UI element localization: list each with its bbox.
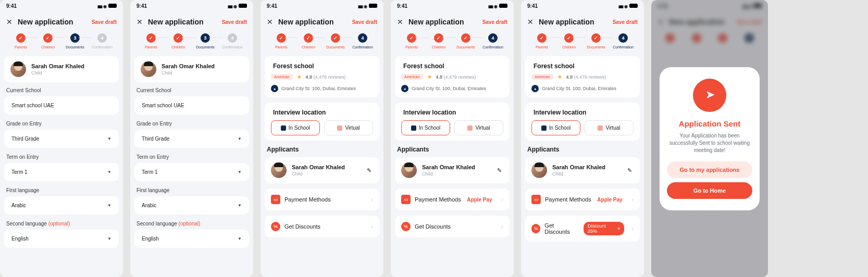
interview-in-school[interactable]: In School [531, 120, 580, 135]
percent-icon: % [401, 222, 411, 231]
current-school-input[interactable]: Smart school UAE [4, 96, 119, 115]
school-address: Grand City St. 100, Dubai, Emirates [281, 86, 356, 91]
remove-chip-icon[interactable]: × [617, 226, 620, 231]
avatar [10, 61, 26, 77]
application-sent-modal: ➤ Application Sent Your Application has … [660, 67, 760, 210]
modal-overlay[interactable]: ➤ Application Sent Your Application has … [651, 0, 768, 277]
step-2-label: Children [41, 45, 55, 49]
interview-virtual[interactable]: Virtual [454, 120, 503, 135]
save-draft-link[interactable]: Save draft [482, 19, 507, 25]
go-to-home-button[interactable]: Go to Home [667, 182, 753, 199]
current-school-label: Current School [6, 87, 117, 93]
discounts-row[interactable]: %Get DiscountsDiscount 25%×› [525, 216, 640, 242]
edit-icon[interactable]: ✎ [625, 166, 634, 174]
topbar: ✕ New application Save draft [130, 10, 253, 30]
edit-icon[interactable]: ✎ [495, 166, 503, 174]
wallet-icon: ▭ [271, 195, 280, 204]
applicant-card[interactable]: Sarah Omar Khaled Child [4, 56, 119, 82]
chevron-down-icon: ▼ [107, 236, 111, 241]
status-bar: 9:41 [0, 0, 123, 10]
grade-select[interactable]: Third Grade▼ [4, 130, 119, 148]
apple-pay-value: Apple Pay [597, 197, 622, 203]
wallet-icon: ▭ [531, 195, 541, 204]
close-icon[interactable]: ✕ [527, 18, 534, 26]
step-2-pill[interactable]: ✓ [173, 33, 183, 43]
lang1-select[interactable]: Arabic▼ [4, 196, 119, 215]
applicant-card[interactable]: Sarah Omar Khaled Child [134, 56, 249, 82]
screen-step3-form: 9:41 ✕ New application Save draft ✓Paren… [0, 0, 123, 277]
chevron-right-icon: › [631, 196, 634, 203]
avatar [141, 61, 156, 77]
save-draft-link[interactable]: Save draft [352, 19, 377, 25]
map-pin-icon: ● [531, 85, 539, 92]
edit-icon[interactable]: ✎ [365, 166, 373, 174]
save-draft-link[interactable]: Save draft [92, 19, 117, 25]
close-icon[interactable]: ✕ [6, 18, 13, 26]
payment-methods-row[interactable]: ▭Payment MethodsApple Pay› [395, 188, 510, 210]
term-select[interactable]: Term 1▼ [4, 163, 119, 181]
topbar: ✕ New application Save draft [0, 10, 123, 30]
lang2-select[interactable]: English▼ [134, 230, 249, 248]
lang2-select[interactable]: English▼ [4, 230, 119, 248]
go-to-applications-button[interactable]: Go to my applications [667, 161, 753, 178]
step-4-pill[interactable]: 4 [358, 33, 367, 43]
step-2-pill[interactable]: ✓ [304, 33, 313, 43]
applicant-row[interactable]: Sarah Omar KhaledChild ✎ [265, 157, 379, 183]
virtual-icon [337, 125, 342, 131]
applicant-row[interactable]: Sarah Omar KhaledChild✎ [525, 157, 640, 183]
step-3-pill[interactable]: 3 [70, 33, 80, 43]
stepper: ✓Parents ✓Children 3Documents 4Confirmat… [0, 30, 123, 56]
grade-select[interactable]: Third Grade▼ [134, 130, 249, 148]
step-3-pill[interactable]: ✓ [331, 33, 340, 43]
step-3-pill[interactable]: 3 [201, 33, 210, 43]
payment-methods-row[interactable]: ▭Payment Methods› [265, 188, 379, 210]
interview-virtual[interactable]: Virtual [324, 120, 373, 135]
chevron-down-icon: ▼ [238, 136, 242, 141]
star-icon: ★ [427, 74, 432, 80]
school-building-icon [541, 125, 547, 131]
interview-in-school[interactable]: In School [401, 120, 450, 135]
chevron-down-icon: ▼ [238, 203, 242, 208]
interview-virtual[interactable]: Virtual [585, 120, 634, 135]
step-1-pill[interactable]: ✓ [277, 33, 286, 43]
apple-pay-value: Apple Pay [467, 197, 492, 203]
wallet-icon: ▭ [401, 195, 411, 204]
step-4-pill[interactable]: 4 [97, 33, 107, 43]
chevron-right-icon: › [501, 223, 503, 230]
status-icons [97, 3, 117, 9]
step-1-pill[interactable]: ✓ [146, 33, 156, 43]
step-4-pill[interactable]: 4 [228, 33, 237, 43]
discounts-row[interactable]: %Get Discounts› [265, 216, 379, 237]
star-icon: ★ [297, 74, 302, 80]
close-icon[interactable]: ✕ [397, 18, 403, 26]
screen-confirmation-applepay: 9:41 ✕New applicationSave draft ✓Parents… [391, 0, 514, 277]
applicant-role: Child [31, 70, 84, 75]
school-card: Forest school American★4.8 (4,479 review… [525, 56, 640, 97]
map-pin-icon: ● [271, 85, 278, 92]
save-draft-link[interactable]: Save draft [613, 19, 638, 25]
discounts-row[interactable]: %Get Discounts› [395, 216, 510, 237]
current-school-input[interactable]: Smart school UAE [134, 96, 249, 115]
save-draft-link[interactable]: Save draft [222, 19, 247, 25]
page-title: New application [148, 18, 204, 26]
lang1-select[interactable]: Arabic▼ [134, 196, 249, 215]
close-icon[interactable]: ✕ [267, 18, 273, 26]
payment-methods-row[interactable]: ▭Payment MethodsApple Pay› [525, 188, 640, 210]
step-1-pill[interactable]: ✓ [16, 33, 26, 43]
interview-in-school[interactable]: In School [271, 120, 320, 135]
close-icon[interactable]: ✕ [137, 18, 143, 26]
percent-icon: % [271, 222, 280, 231]
virtual-icon [467, 125, 473, 131]
status-icons [228, 3, 247, 9]
star-icon: ★ [557, 74, 562, 80]
paper-plane-icon: ➤ [693, 79, 726, 112]
status-time: 9:41 [137, 3, 147, 9]
step-2-pill[interactable]: ✓ [43, 33, 53, 43]
chevron-right-icon: › [501, 196, 503, 203]
chevron-down-icon: ▼ [107, 203, 111, 208]
discount-chip[interactable]: Discount 25%× [584, 222, 624, 235]
school-card: Forest school American★4.8 (4,479 review… [395, 56, 510, 97]
modal-title: Application Sent [667, 119, 753, 128]
term-select[interactable]: Term 1▼ [134, 163, 249, 181]
applicant-row[interactable]: Sarah Omar KhaledChild✎ [395, 157, 510, 183]
